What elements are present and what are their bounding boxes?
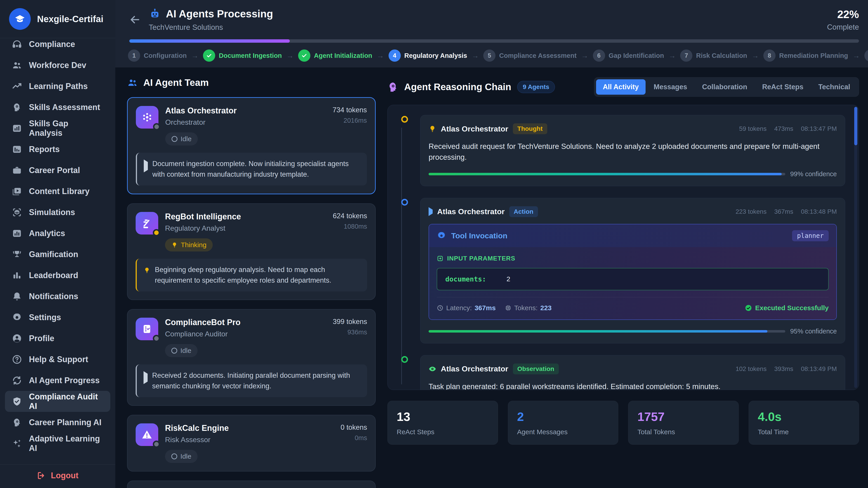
tokens-value: 223 — [540, 304, 552, 312]
shell: AI Agents Processing TechVenture Solutio… — [115, 0, 868, 488]
sidebar-item-label: Workforce Dev — [29, 61, 86, 70]
sidebar-item-skills-assessment[interactable]: Skills Assessment — [5, 97, 110, 118]
sidebar-nav: Compliance Workforce Dev Learning Paths … — [0, 38, 115, 464]
sidebar-item-settings[interactable]: Settings — [5, 307, 110, 328]
sidebar-item-ai-agent-progress[interactable]: AI Agent Progress — [5, 370, 110, 391]
timeline-scrollbar-track[interactable] — [854, 107, 857, 388]
sidebar-item-career-portal[interactable]: Career Portal — [5, 160, 110, 181]
step-remediation-planning[interactable]: 8 Remediation Planning — [763, 50, 848, 62]
brand-logo — [9, 8, 31, 30]
page-title: AI Agents Processing — [166, 8, 273, 20]
sidebar-item-label: Profile — [29, 334, 54, 343]
sidebar-item-skills-gap[interactable]: Skills Gap Analysis — [5, 118, 110, 139]
agent-name: ComplianceBot Pro — [165, 318, 333, 327]
status-dot — [153, 441, 160, 448]
timeline-scrollbar-thumb[interactable] — [854, 107, 857, 145]
tab-all-activity[interactable]: All Activity — [596, 79, 646, 95]
entry-agent: Atlas Orchestrator — [441, 364, 508, 373]
step-label: Risk Calculation — [696, 52, 747, 59]
stat-total-time: 4.0s Total Time — [749, 401, 859, 445]
agent-tokens: 399 tokens — [333, 318, 367, 326]
entry-card[interactable]: Atlas Orchestrator Observation 102 token… — [420, 355, 845, 390]
entry-time: 08:13:48 PM — [801, 208, 837, 215]
refresh-icon — [12, 375, 22, 386]
sidebar-item-career-planning-ai[interactable]: Career Planning AI — [5, 412, 110, 433]
entry-tokens: 223 tokens — [736, 208, 767, 215]
agent-latency: 2016ms — [333, 117, 367, 124]
agent-card-regbot-intelligence[interactable]: RegBot Intelligence Regulatory Analyst T… — [127, 203, 376, 300]
step-label: Gap Identification — [609, 52, 664, 59]
step-arrow-icon: → — [581, 52, 588, 60]
step-arrow-icon: → — [191, 52, 198, 60]
agent-card-riskcalc-engine[interactable]: RiskCalc Engine Risk Assessor Idle 0 tok… — [127, 415, 376, 471]
tab-messages[interactable]: Messages — [647, 79, 694, 95]
step-label: Regulatory Analysis — [404, 52, 467, 59]
step-label: Agent Initialization — [314, 52, 372, 59]
entry-latency: 473ms — [774, 125, 793, 132]
entry-card[interactable]: Atlas Orchestrator Thought 59 tokens 473… — [420, 115, 845, 186]
gear-icon — [437, 231, 446, 240]
agent-latency: 0ms — [341, 434, 367, 442]
step-number: 4 — [389, 50, 401, 62]
timeline-marker — [401, 356, 408, 363]
idle-ring-icon — [172, 136, 178, 142]
timeline-entry-action: Atlas Orchestrator Action 223 tokens 367… — [420, 198, 845, 344]
agent-card-compliancebot-pro[interactable]: ComplianceBot Pro Compliance Auditor Idl… — [127, 309, 376, 406]
sidebar-item-learning-paths[interactable]: Learning Paths — [5, 76, 110, 97]
sidebar-item-profile[interactable]: Profile — [5, 328, 110, 349]
step-agent-initialization[interactable]: Agent Initialization — [298, 50, 372, 62]
clock-icon — [437, 304, 443, 311]
step-configuration[interactable]: 1 Configuration — [128, 50, 187, 62]
entry-time: 08:13:47 PM — [801, 125, 837, 132]
sidebar-item-help[interactable]: Help & Support — [5, 349, 110, 370]
timeline-line — [401, 128, 402, 384]
sidebar-item-gamification[interactable]: Gamification — [5, 244, 110, 265]
stat-value: 4.0s — [758, 410, 850, 424]
step-report-generation[interactable]: 9 Report Generation — [864, 50, 868, 62]
sidebar-item-compliance[interactable]: Compliance — [5, 38, 110, 55]
back-button[interactable] — [127, 12, 143, 28]
warning-triangle-icon — [141, 429, 153, 440]
step-risk-calculation[interactable]: 7 Risk Calculation — [680, 50, 747, 62]
sidebar-item-label: Skills Assessment — [29, 103, 100, 112]
sidebar-item-label: Career Planning AI — [29, 418, 101, 427]
step-label: Configuration — [144, 52, 187, 59]
sidebar-item-workforce-dev[interactable]: Workforce Dev — [5, 55, 110, 76]
sidebar-item-analytics[interactable]: Analytics — [5, 223, 110, 244]
sidebar-item-compliance-audit-ai[interactable]: Compliance Audit AI — [5, 391, 110, 412]
status-badge: Thinking — [165, 238, 213, 252]
status-dot — [153, 335, 160, 342]
sidebar-item-notifications[interactable]: Notifications — [5, 286, 110, 307]
step-gap-identification[interactable]: 6 Gap Identification — [593, 50, 664, 62]
stat-label: ReAct Steps — [397, 428, 489, 436]
progress-percent: 22% — [827, 8, 859, 21]
logout-button[interactable]: Logout — [37, 471, 79, 480]
tab-technical[interactable]: Technical — [811, 79, 857, 95]
people-icon — [12, 60, 22, 70]
agent-card-atlas-orchestrator[interactable]: Atlas Orchestrator Orchestrator Idle 734… — [127, 97, 376, 194]
entry-tokens: 102 tokens — [736, 365, 767, 372]
sidebar-item-simulations[interactable]: Simulations — [5, 202, 110, 223]
tab-collaboration[interactable]: Collaboration — [695, 79, 754, 95]
entry-text: Task plan generated: 6 parallel workstre… — [429, 381, 837, 390]
step-regulatory-analysis[interactable]: 4 Regulatory Analysis — [389, 50, 467, 62]
reasoning-chain-panel: Agent Reasoning Chain 9 Agents All Activ… — [388, 77, 859, 488]
sidebar-item-label: Gamification — [29, 250, 78, 259]
entry-card[interactable]: Atlas Orchestrator Action 223 tokens 367… — [420, 198, 845, 344]
sidebar-item-leaderboard[interactable]: Leaderboard — [5, 265, 110, 286]
sidebar-item-reports[interactable]: Reports — [5, 139, 110, 160]
sidebar-item-content-library[interactable]: Content Library — [5, 181, 110, 202]
tab-react-steps[interactable]: ReAct Steps — [755, 79, 810, 95]
step-document-ingestion[interactable]: Document Ingestion — [203, 50, 282, 62]
confidence-label: 99% confidence — [790, 170, 837, 178]
stat-agent-messages: 2 Agent Messages — [508, 401, 618, 445]
eye-icon — [429, 365, 436, 373]
step-compliance-assessment[interactable]: 5 Compliance Assessment — [483, 50, 577, 62]
team-icon — [127, 77, 138, 88]
sidebar-item-adaptive-learning-ai[interactable]: Adaptive Learning AI — [5, 433, 110, 454]
idle-ring-icon — [171, 348, 177, 354]
agent-card-actionplan-ai[interactable]: ActionPlan AI Remediation Planner Idle 0… — [127, 481, 376, 488]
agent-avatar — [136, 106, 158, 129]
step-number: 9 — [864, 50, 868, 62]
step-arrow-icon: → — [669, 52, 676, 60]
